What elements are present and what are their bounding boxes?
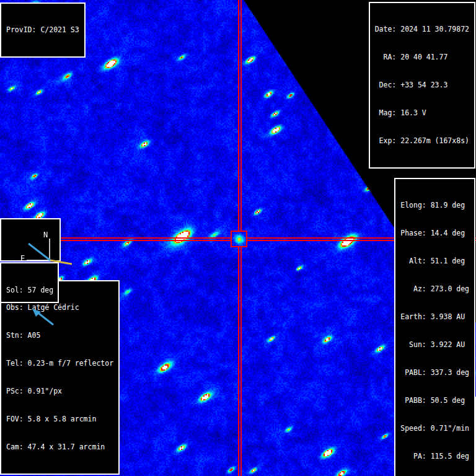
mag-value: Mag: 16.3 V: [375, 108, 469, 118]
compass-svg: N E: [19, 229, 74, 267]
alt-value: Alt: 51.1 deg: [400, 257, 469, 266]
exp-value: Exp: 22.267m (167x8s): [375, 136, 469, 146]
pa-value: PA: 115.5 deg: [400, 452, 469, 461]
sun-arrow-icon: [37, 312, 53, 325]
crosshair-vertical-line-top: [238, 0, 242, 231]
sun-distance-value: Sun: 3.922 AU: [400, 340, 469, 350]
sun-direction-panel: Sol: 57 deg: [0, 262, 59, 303]
az-value: Az: 273.0 deg: [400, 284, 469, 294]
sol-angle-label: Sol: 57 deg: [1, 282, 58, 295]
orbital-panel: Elong: 81.9 deg Phase: 14.4 deg Alt: 51.…: [394, 178, 475, 476]
compass-widget: N E: [0, 218, 61, 262]
dec-value: Dec: +33 54 23.3: [375, 81, 469, 90]
comet-target-box: [231, 231, 247, 247]
telescope-info: Tel: 0.23-m f/7 reflector: [6, 359, 113, 368]
provid-label: ProvID: C/2021 S3: [6, 25, 79, 35]
phase-value: Phase: 14.4 deg: [400, 229, 469, 238]
crosshair-vertical-line-bottom: [238, 247, 242, 476]
pixel-scale: PSc: 0.91"/px: [6, 387, 113, 396]
sun-arrow-head: [32, 309, 41, 317]
pabb-value: PABB: 50.5 deg: [400, 396, 469, 405]
ephemeris-panel: Date: 2024 11 30.79872 RA: 20 40 41.77 D…: [369, 2, 475, 169]
observation-image: ProvID: C/2021 S3 Date: 2024 11 30.79872…: [0, 0, 476, 476]
ra-value: RA: 20 40 41.77: [375, 53, 469, 62]
camera-info: Cam: 47.4 x 31.7 arcmin: [6, 443, 113, 452]
provid-panel: ProvID: C/2021 S3: [0, 2, 86, 58]
east-label: E: [20, 254, 25, 263]
sol-arrow-svg: [19, 304, 73, 328]
date-value: Date: 2024 11 30.79872: [375, 25, 469, 34]
fov-info: FOV: 5.8 x 5.8 arcmin: [6, 415, 113, 424]
earth-distance-value: Earth: 3.938 AU: [400, 312, 469, 322]
speed-value: Speed: 0.71"/min: [400, 424, 469, 433]
compass-blue-line: [29, 244, 50, 260]
elong-value: Elong: 81.9 deg: [400, 201, 469, 210]
north-label: N: [43, 231, 48, 239]
pabl-value: PABL: 337.3 deg: [400, 368, 469, 377]
